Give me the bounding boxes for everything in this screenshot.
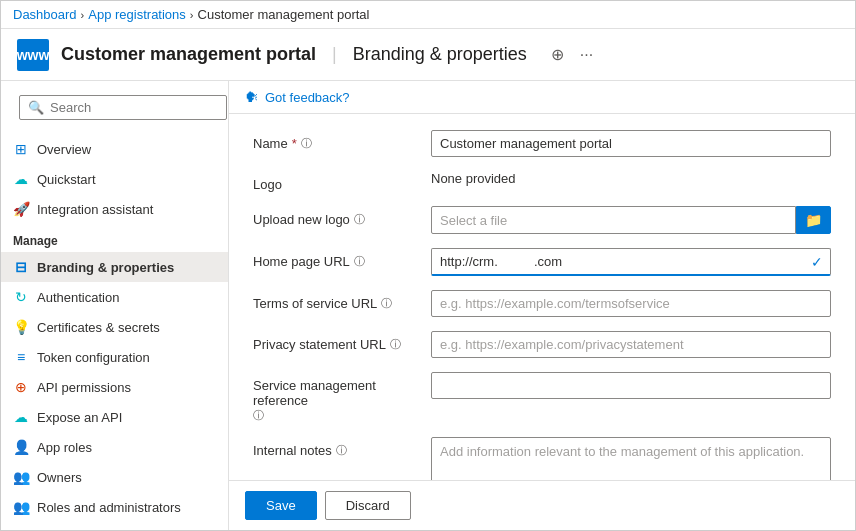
upload-logo-row: Upload new logo ⓘ 📁 [253,206,831,234]
internal-notes-control [431,437,831,480]
internal-notes-label: Internal notes ⓘ [253,437,423,458]
sidebar-item-certificates[interactable]: 💡 Certificates & secrets [1,312,228,342]
sidebar-item-label: Manifest [37,530,86,531]
internal-notes-row: Internal notes ⓘ [253,437,831,480]
logo-label: Logo [253,171,423,192]
service-mgmt-label: Service management reference ⓘ [253,372,423,423]
breadcrumb-dashboard[interactable]: Dashboard [13,7,77,22]
name-label: Name * ⓘ [253,130,423,151]
sidebar-item-expose-api[interactable]: ☁ Expose an API [1,402,228,432]
expose-api-icon: ☁ [13,409,29,425]
breadcrumb: Dashboard › App registrations › Customer… [1,1,855,29]
search-input[interactable] [50,100,218,115]
privacy-url-control [431,331,831,358]
page-subtitle: Branding & properties [353,44,527,65]
sidebar-item-label: Token configuration [37,350,150,365]
service-mgmt-control [431,372,831,399]
sidebar-item-label: Integration assistant [37,202,153,217]
sidebar-item-integration-assistant[interactable]: 🚀 Integration assistant [1,194,228,224]
header-divider: | [332,44,337,65]
homepage-check-icon: ✓ [811,254,823,270]
sidebar-item-app-roles[interactable]: 👤 App roles [1,432,228,462]
manage-section-label: Manage [1,224,228,252]
app-icon-label: www [17,47,50,63]
authentication-icon: ↻ [13,289,29,305]
roles-admin-icon: 👥 [13,499,29,515]
privacy-info-icon[interactable]: ⓘ [390,337,401,352]
feedback-bar: 🗣 Got feedback? [229,81,855,114]
logo-field-row: Logo None provided [253,171,831,192]
required-indicator: * [292,136,297,151]
privacy-url-label: Privacy statement URL ⓘ [253,331,423,352]
terms-url-row: Terms of service URL ⓘ [253,290,831,317]
terms-info-icon[interactable]: ⓘ [381,296,392,311]
sidebar-item-quickstart[interactable]: ☁ Quickstart [1,164,228,194]
feedback-link[interactable]: Got feedback? [265,90,350,105]
owners-icon: 👥 [13,469,29,485]
page-title: Customer management portal [61,44,316,65]
app-roles-icon: 👤 [13,439,29,455]
manifest-icon: ⊟ [13,529,29,530]
file-input[interactable] [431,206,796,234]
internal-notes-textarea[interactable] [431,437,831,480]
homepage-input-wrap: ✓ [431,248,831,276]
api-permissions-icon: ⊕ [13,379,29,395]
homepage-url-label: Home page URL ⓘ [253,248,423,269]
sidebar-item-label: Authentication [37,290,119,305]
service-mgmt-row: Service management reference ⓘ [253,372,831,423]
service-mgmt-input[interactable] [431,372,831,399]
homepage-url-input[interactable] [431,248,831,276]
service-mgmt-info-icon[interactable]: ⓘ [253,408,423,423]
breadcrumb-current: Customer management portal [198,7,370,22]
sidebar-item-label: API permissions [37,380,131,395]
branding-icon: ⊟ [13,259,29,275]
pin-button[interactable]: ⊕ [547,43,568,66]
main-layout: 🔍 « ⊞ Overview ☁ Quickstart 🚀 Integratio… [1,81,855,530]
name-input[interactable] [431,130,831,157]
upload-logo-label: Upload new logo ⓘ [253,206,423,227]
breadcrumb-sep-2: › [190,9,194,21]
token-icon: ≡ [13,349,29,365]
sidebar-item-api-permissions[interactable]: ⊕ API permissions [1,372,228,402]
homepage-url-row: Home page URL ⓘ ✓ [253,248,831,276]
app-frame: Dashboard › App registrations › Customer… [0,0,856,531]
content-area: 🗣 Got feedback? Name * ⓘ [229,81,855,530]
sidebar-item-roles-admin[interactable]: 👥 Roles and administrators [1,492,228,522]
homepage-info-icon[interactable]: ⓘ [354,254,365,269]
internal-notes-info-icon[interactable]: ⓘ [336,443,347,458]
sidebar-item-label: Owners [37,470,82,485]
overview-icon: ⊞ [13,141,29,157]
sidebar-item-token[interactable]: ≡ Token configuration [1,342,228,372]
privacy-url-input[interactable] [431,331,831,358]
sidebar-item-manifest[interactable]: ⊟ Manifest [1,522,228,530]
breadcrumb-sep-1: › [81,9,85,21]
logo-static-value: None provided [431,165,516,186]
name-field-row: Name * ⓘ [253,130,831,157]
sidebar-item-label: Overview [37,142,91,157]
sidebar-item-branding[interactable]: ⊟ Branding & properties [1,252,228,282]
sidebar-item-overview[interactable]: ⊞ Overview [1,134,228,164]
certificates-icon: 💡 [13,319,29,335]
search-icon: 🔍 [28,100,44,115]
file-input-group: 📁 [431,206,831,234]
sidebar-item-label: Branding & properties [37,260,174,275]
name-info-icon[interactable]: ⓘ [301,136,312,151]
page-header: www Customer management portal | Brandin… [1,29,855,81]
name-field-control [431,130,831,157]
terms-url-input[interactable] [431,290,831,317]
sidebar-item-owners[interactable]: 👥 Owners [1,462,228,492]
upload-logo-info-icon[interactable]: ⓘ [354,212,365,227]
logo-value: None provided [431,171,831,186]
form-footer: Save Discard [229,480,855,530]
homepage-url-control: ✓ [431,248,831,276]
file-browse-button[interactable]: 📁 [796,206,831,234]
sidebar-item-label: Quickstart [37,172,96,187]
discard-button[interactable]: Discard [325,491,411,520]
sidebar-item-label: Expose an API [37,410,122,425]
breadcrumb-app-registrations[interactable]: App registrations [88,7,186,22]
privacy-url-row: Privacy statement URL ⓘ [253,331,831,358]
more-button[interactable]: ··· [576,43,597,66]
sidebar-nav: ⊞ Overview ☁ Quickstart 🚀 Integration as… [1,134,228,530]
sidebar-item-authentication[interactable]: ↻ Authentication [1,282,228,312]
save-button[interactable]: Save [245,491,317,520]
